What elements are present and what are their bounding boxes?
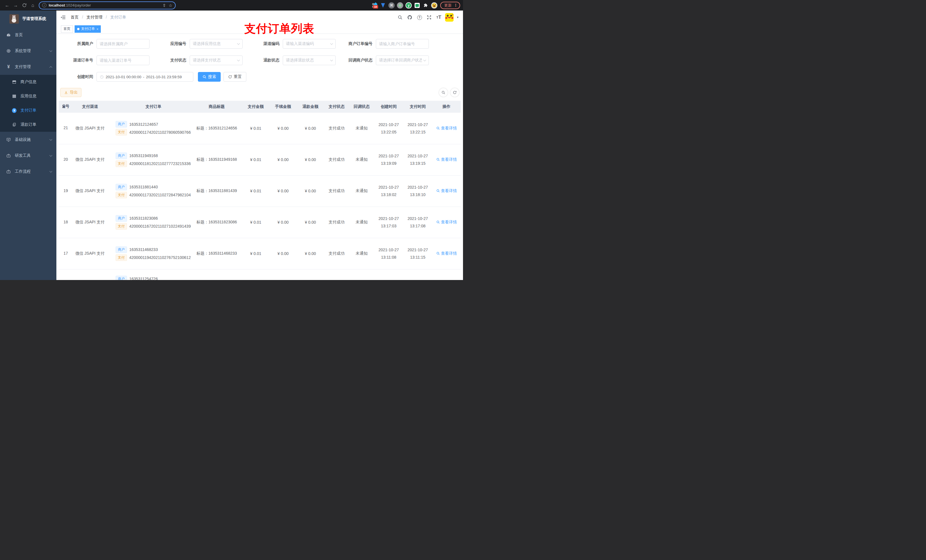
view-detail-link[interactable]: 查看详情 — [436, 189, 457, 193]
magnifier-icon — [436, 158, 440, 162]
merchant-tag: 商户 — [116, 184, 127, 190]
search-button[interactable]: 搜索 — [198, 72, 221, 82]
cell-pay-time: 2021-10-2713:17:08 — [403, 207, 432, 238]
filter-label: 回调商户状态 — [338, 58, 376, 63]
magnifier-icon — [436, 252, 440, 255]
sidebar-item-merchant-info[interactable]: 商户信息 — [0, 75, 56, 89]
date-start[interactable]: 2021-10-01 00:00:00 — [106, 75, 141, 79]
help-icon[interactable]: ? — [416, 14, 423, 21]
extension-command-icon[interactable]: ⌘ — [387, 1, 396, 10]
view-detail-link[interactable]: 查看详情 — [436, 220, 457, 225]
sidebar-item-pay[interactable]: ¥ 支付管理 — [0, 59, 56, 75]
close-icon[interactable]: × — [97, 27, 98, 31]
date-end[interactable]: 2021-10-31 23:59:59 — [146, 75, 182, 79]
hamburger-icon[interactable] — [61, 15, 66, 20]
merchant-order-no-input[interactable] — [376, 39, 429, 49]
channel-code-select[interactable]: 请输入渠道编码 — [283, 39, 336, 49]
extension-y-icon[interactable]: y — [404, 1, 413, 10]
app-select[interactable]: 请选择应用信息 — [190, 39, 243, 49]
search-icon — [203, 75, 206, 79]
refund-status-select[interactable]: 请选择退款状态 — [283, 56, 336, 65]
reset-button[interactable]: 重置 — [224, 72, 246, 82]
sidebar-item-infra[interactable]: 基础设施 — [0, 132, 56, 148]
merchant-order-no-field[interactable] — [379, 42, 426, 46]
create-time-range[interactable]: 2021-10-01 00:00:00 - 2021-10-31 23:59:5… — [97, 72, 193, 82]
sidebar-item-refund-order[interactable]: 退款订单 — [0, 118, 56, 132]
merchant-order-no: 1635311823086 — [129, 216, 158, 220]
extension-kite-icon[interactable] — [379, 1, 387, 10]
breadcrumb-home[interactable]: 首页 — [71, 15, 79, 20]
sidebar-item-system[interactable]: 系统管理 — [0, 43, 56, 59]
cell-pay-status: 支付成功 — [324, 113, 349, 144]
table-row: 20 微信 JSAPI 支付 商户 1635311949168 支付 42000… — [59, 144, 461, 175]
pay-status-select[interactable]: 请选择支付状态 — [190, 56, 243, 65]
fullscreen-icon[interactable] — [426, 14, 433, 21]
bookmark-star-icon[interactable]: ☆ — [169, 3, 172, 8]
cell-refund: ¥ 0.00 — [297, 144, 324, 175]
font-size-icon[interactable]: TT — [436, 14, 442, 21]
magnifier-icon — [436, 189, 440, 193]
back-icon[interactable]: ← — [3, 2, 11, 9]
view-detail-link[interactable]: 查看详情 — [436, 157, 457, 162]
merchant-input-field[interactable] — [100, 42, 146, 46]
sidebar-item-pay-order[interactable]: ¥ 支付订单 — [0, 103, 56, 118]
sidebar-item-label: 支付订单 — [21, 108, 52, 113]
cell-refund: ¥ 0.00 — [297, 238, 324, 269]
share-icon[interactable]: ⇧ — [163, 3, 166, 8]
view-detail-link[interactable]: 查看详情 — [436, 126, 457, 131]
extension-tabs-icon[interactable]: 10 — [370, 1, 379, 10]
magnifier-icon — [436, 220, 440, 224]
cell-pay-time: 2021-10-2713:19:15 — [403, 144, 432, 175]
avatar-caret-icon[interactable]: ▼ — [457, 16, 459, 19]
merchant-order-no: 1635311468233 — [129, 247, 158, 252]
avatar[interactable] — [445, 13, 454, 22]
channel-order-no-input[interactable] — [97, 56, 150, 65]
tab-home[interactable]: 首页 — [61, 25, 73, 33]
reload-icon[interactable] — [20, 2, 29, 9]
content: 所属商户 应用编号 请选择应用信息 渠道编码 — [56, 34, 463, 280]
breadcrumb-pay[interactable]: 支付管理 — [86, 15, 103, 20]
cell-title: 标题：1635311949168 — [191, 144, 242, 175]
cell-action: 查看详情 — [432, 207, 461, 238]
col-notify-status: 回调状态 — [349, 101, 374, 113]
tab-label: 支付订单 — [81, 26, 95, 31]
browser-update-menu[interactable]: 更新 ⋮ — [440, 2, 460, 9]
extension-chat-icon[interactable] — [413, 1, 421, 10]
cell-notify-status: 未通知 — [349, 207, 374, 238]
merchant-input[interactable] — [97, 39, 150, 49]
col-pay-time: 支付时间 — [403, 101, 432, 113]
extension-record-icon[interactable] — [396, 1, 404, 10]
table-grid-icon — [12, 94, 17, 98]
refresh-table-button[interactable] — [451, 88, 459, 97]
browser-menu-dots-icon[interactable]: ⋮ — [454, 3, 458, 8]
filter-label: 渠道订单号 — [59, 58, 97, 63]
filter-row-2: 渠道订单号 支付状态 请选择支付状态 退款状态 — [59, 56, 461, 65]
sidebar-item-home[interactable]: 首页 — [0, 27, 56, 43]
home-icon[interactable]: ⌂ — [29, 2, 37, 9]
sidebar-item-app-info[interactable]: 应用信息 — [0, 89, 56, 103]
breadcrumb: 首页 / 支付管理 / 支付订单 — [71, 15, 126, 20]
cell-fee: ¥ 0.00 — [269, 144, 297, 175]
cell-channel: 微信 JSAPI 支付 — [73, 238, 107, 269]
app-title: 芋道管理系统 — [22, 16, 46, 21]
site-info-icon[interactable]: i — [42, 3, 47, 8]
export-button[interactable]: 导出 — [61, 88, 82, 97]
search-icon[interactable] — [396, 14, 404, 21]
view-detail-link[interactable]: 查看详情 — [436, 251, 457, 256]
logo[interactable]: 芋道管理系统 — [0, 11, 56, 27]
extension-emoji-icon[interactable] — [430, 1, 439, 10]
tab-pay-order[interactable]: 支付订单 × — [75, 25, 101, 33]
sidebar-item-dev-tools[interactable]: 研发工具 — [0, 148, 56, 164]
notify-status-select[interactable]: 请选择订单回调商户状态 — [376, 56, 429, 65]
sidebar-item-workflow[interactable]: 工作流程 — [0, 164, 56, 180]
cell-notify-status: 未通知 — [349, 113, 374, 144]
address-bar[interactable]: i localhost:1024/pay/order ⇧ ☆ — [39, 2, 176, 9]
channel-order-no-field[interactable] — [100, 58, 146, 63]
show-search-button[interactable] — [439, 88, 448, 97]
extensions-puzzle-icon[interactable] — [421, 1, 430, 10]
cell-id: 20 — [59, 144, 73, 175]
forward-icon[interactable]: → — [11, 2, 20, 9]
cell-title: 标题：1635312124656 — [191, 113, 242, 144]
github-icon[interactable] — [406, 14, 413, 21]
col-id: 编号 — [59, 101, 73, 113]
